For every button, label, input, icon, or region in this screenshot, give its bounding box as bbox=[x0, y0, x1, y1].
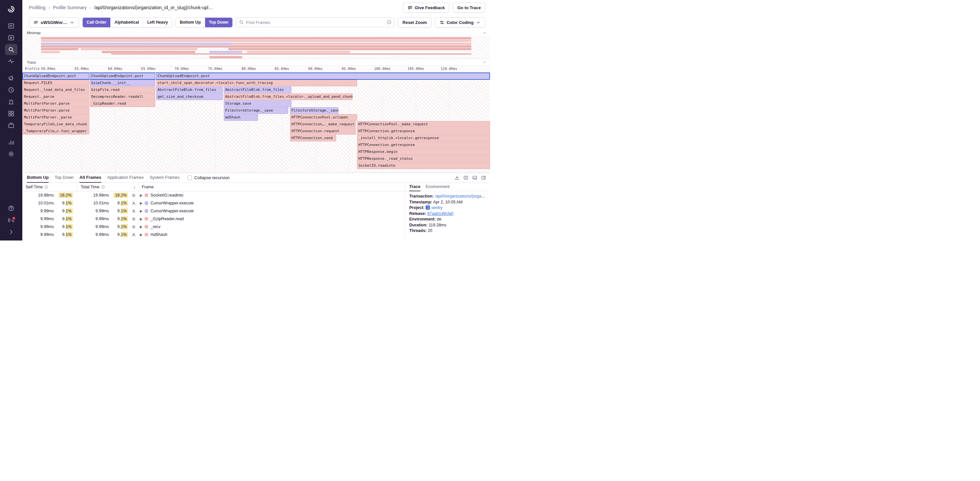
flame-frame[interactable]: _GzipReader.read bbox=[90, 100, 155, 107]
breadcrumb-profiling[interactable]: Profiling bbox=[29, 5, 46, 10]
flame-frame[interactable]: get_size_and_checksum bbox=[156, 94, 223, 100]
chevron-up-icon[interactable] bbox=[482, 31, 487, 35]
sidebar-item-nav-issues[interactable] bbox=[5, 20, 18, 32]
issues-icon bbox=[8, 23, 14, 29]
table-row[interactable]: 10.01ms9.1%10.01ms9.1%▶CursorWrapper.exe… bbox=[22, 199, 405, 207]
flame-frame[interactable]: HTTPConnection.getresponse bbox=[357, 142, 490, 148]
table-row[interactable]: 9.99ms9.1%9.99ms9.1%▶_GzipReader.read bbox=[22, 215, 405, 223]
flame-frame[interactable]: HTTPResponse.begin bbox=[357, 149, 490, 155]
table-row[interactable]: 9.99ms9.1%9.99ms9.1%▶CursorWrapper.execu… bbox=[22, 207, 405, 215]
tab-all-frames[interactable]: All Frames bbox=[80, 173, 101, 183]
thread-selector[interactable]: uWSGIWor… bbox=[29, 17, 79, 27]
expand-caret-icon[interactable]: ▶ bbox=[140, 225, 142, 229]
color-coding-button[interactable]: Color Coding bbox=[435, 17, 485, 27]
sidebar-item-whats-new[interactable] bbox=[5, 214, 18, 226]
direction-top-down[interactable]: Top Down bbox=[205, 18, 232, 27]
sidebar-item-nav-crons[interactable] bbox=[5, 84, 18, 95]
sidebar-item-nav-settings[interactable] bbox=[5, 148, 18, 159]
sidebar-item-collapse-sidebar[interactable] bbox=[5, 226, 18, 238]
flame-frame[interactable]: MultiPartParser.parse bbox=[23, 107, 89, 114]
sidebar-item-nav-stats[interactable] bbox=[5, 137, 18, 148]
tab-top-down[interactable]: Top Down bbox=[54, 173, 73, 183]
dashboards-icon bbox=[8, 110, 14, 117]
flame-frame[interactable]: MultiPartParser._parse bbox=[23, 114, 89, 121]
details-tab-environment[interactable]: Environment bbox=[426, 183, 450, 191]
sidebar-item-nav-alerts[interactable] bbox=[5, 96, 18, 107]
flame-frame[interactable]: MultiPartParser.parse bbox=[23, 100, 89, 107]
expand-caret-icon[interactable]: ▶ bbox=[140, 210, 142, 213]
sort-alphabetical[interactable]: Alphabetical bbox=[110, 18, 143, 27]
self-time-header[interactable]: Self Time bbox=[22, 183, 78, 191]
flame-frame[interactable]: HTTPConnection.getresponse bbox=[357, 128, 490, 135]
table-row[interactable]: 9.99ms9.1%9.99ms9.1%▶_recv bbox=[22, 223, 405, 231]
sidebar-item-sentry-logo[interactable] bbox=[5, 3, 18, 15]
tab-system-frames[interactable]: System Frames bbox=[150, 173, 180, 183]
go-to-trace-button[interactable]: Go to Trace bbox=[453, 3, 485, 13]
expand-caret-icon[interactable]: ▶ bbox=[140, 194, 142, 197]
sidebar-item-nav-feedback[interactable] bbox=[5, 73, 18, 84]
direction-bottom-up[interactable]: Bottom Up bbox=[176, 18, 205, 27]
details-tab-trace[interactable]: Trace bbox=[409, 183, 420, 191]
breadcrumb-profile-summary[interactable]: Profile Summary bbox=[53, 5, 87, 10]
search-input[interactable] bbox=[236, 17, 395, 27]
chevron-down-icon[interactable] bbox=[482, 60, 487, 64]
expand-caret-icon[interactable]: ▶ bbox=[140, 217, 142, 221]
field-value[interactable]: /api/0/organizations/{organ… bbox=[435, 194, 486, 198]
flame-frame[interactable]: HTTPConnectionPool.urlopen bbox=[290, 114, 357, 121]
total-time-header[interactable]: Total Time ↓ bbox=[78, 183, 138, 191]
table-row[interactable]: 9.99ms9.1%9.99ms9.1%▶md5hash bbox=[22, 231, 405, 238]
flame-frame[interactable]: HTTPConnection.request bbox=[290, 128, 356, 135]
download-icon[interactable] bbox=[455, 175, 460, 180]
expand-caret-icon[interactable]: ▶ bbox=[140, 233, 142, 237]
tab-bottom-up[interactable]: Bottom Up bbox=[27, 173, 49, 183]
sidebar-item-nav-search[interactable] bbox=[5, 44, 18, 55]
sort-call-order[interactable]: Call Order bbox=[83, 18, 110, 27]
sidebar-item-nav-traces[interactable] bbox=[5, 56, 18, 67]
give-feedback-button[interactable]: Give Feedback bbox=[403, 3, 450, 13]
table-row[interactable]: 19.98ms18.2%19.98ms18.2%▶SocketIO.readin… bbox=[22, 191, 405, 199]
flame-frame[interactable]: md5hash bbox=[224, 114, 258, 121]
flame-frame[interactable]: _TemporaryFile…>.func_wrapper bbox=[23, 128, 89, 135]
flame-frame[interactable]: Request.FILES bbox=[23, 80, 89, 86]
flame-frame[interactable]: HTTPConnection.send bbox=[290, 135, 336, 141]
flame-frame[interactable]: ChunkUploadEndpoint.post bbox=[23, 73, 89, 79]
flame-frame[interactable]: AbstractFileBlob.from_files.<locals>._up… bbox=[224, 94, 353, 100]
flame-frame[interactable]: AbstractFileBlob.from_files bbox=[224, 87, 291, 93]
field-value[interactable]: 87aab1d9cfa0 bbox=[427, 211, 453, 216]
flame-frame[interactable]: DecompressReader.readall bbox=[90, 94, 155, 100]
tab-application-frames[interactable]: Application Frames bbox=[107, 173, 144, 183]
flame-frame[interactable]: _install_httplib.<locals>.getresponse bbox=[357, 135, 490, 141]
sidebar-item-nav-explore[interactable] bbox=[5, 32, 18, 43]
reset-zoom-button[interactable]: Reset Zoom bbox=[398, 17, 431, 27]
flame-frame[interactable]: Storage.save bbox=[224, 100, 291, 107]
expand-caret-icon[interactable]: ▶ bbox=[140, 202, 142, 205]
layout-columns-icon[interactable] bbox=[463, 175, 468, 180]
flame-frame[interactable]: FilestoreStorage._save bbox=[290, 107, 338, 114]
flame-frame[interactable]: SocketIO.readinto bbox=[357, 162, 490, 169]
flame-frame[interactable]: start_child_span_decorator.<locals>.func… bbox=[156, 80, 357, 86]
flame-frame[interactable]: HTTPConnectionPool._make_request bbox=[357, 121, 490, 128]
flame-frame[interactable]: AbstractFileBlob.from_files bbox=[156, 87, 223, 93]
flame-frame[interactable]: HTTPResponse._read_status bbox=[357, 156, 490, 162]
frame-header[interactable]: Frame bbox=[138, 183, 405, 191]
flamegraph[interactable]: ChunkUploadEndpoint.postChunkUploadEndpo… bbox=[22, 72, 490, 173]
flame-frame[interactable]: GzipChunk.__init__ bbox=[90, 80, 155, 86]
flame-frame[interactable]: FilestoreStorage._save bbox=[224, 107, 288, 114]
flame-frame[interactable]: HTTPConnection…._make_request bbox=[290, 121, 356, 128]
layout-right-icon[interactable] bbox=[481, 175, 486, 180]
sidebar-item-help[interactable] bbox=[5, 203, 18, 214]
sidebar-item-nav-dashboards[interactable] bbox=[5, 108, 18, 119]
sort-left-heavy[interactable]: Left Heavy bbox=[143, 18, 172, 27]
collapse-recursion-checkbox[interactable] bbox=[188, 176, 192, 180]
flame-frame[interactable]: ChunkUploadEndpoint.post bbox=[156, 73, 490, 79]
flame-frame[interactable]: TemporaryFileU…ive_data_chunk bbox=[23, 121, 89, 128]
flame-frame[interactable]: Request._parse bbox=[23, 94, 89, 100]
layout-bottom-icon[interactable] bbox=[472, 175, 477, 180]
flame-frame[interactable]: ChunkUploadEndpoint.post bbox=[90, 73, 155, 79]
field-value[interactable]: sentry bbox=[431, 205, 442, 210]
minimap[interactable] bbox=[22, 36, 490, 59]
sidebar-item-nav-releases[interactable] bbox=[5, 120, 18, 131]
flame-frame[interactable]: Request._load_data_and_files bbox=[23, 87, 89, 93]
flame-frame[interactable]: GzipFile.read bbox=[90, 87, 155, 93]
details-field: Threads: 20 bbox=[409, 228, 486, 234]
